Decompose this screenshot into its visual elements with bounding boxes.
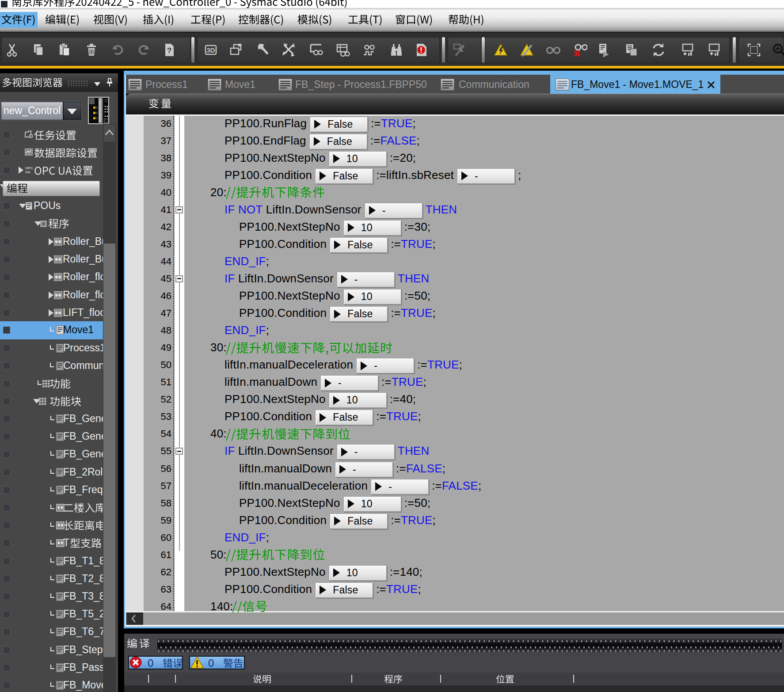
svg-text:3D: 3D	[206, 46, 215, 54]
svg-text:OPC: OPC	[25, 166, 33, 170]
svg-text:UA: UA	[25, 170, 30, 174]
svg-text:?: ?	[167, 46, 171, 55]
